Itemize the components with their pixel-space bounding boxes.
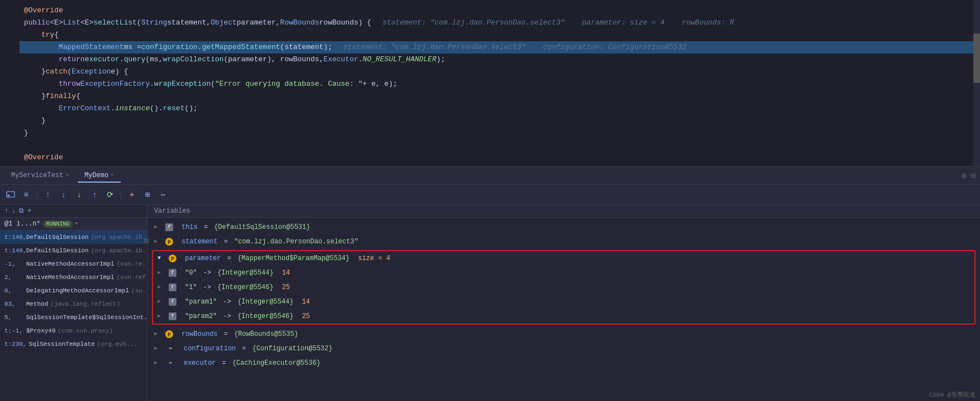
settings-icon[interactable]: ⚙ [962,171,966,180]
var-param-1[interactable]: ▶ f "1" -> {Integer@5546} 25 [153,280,974,295]
var-icon-rowbounds: p [165,330,173,338]
var-icon-this: f [165,223,173,231]
frame-item-3[interactable]: 2, NativeMethodAccessorImpl (sun.ref... [0,271,147,284]
var-icon-statement: p [165,238,173,246]
thread-down-btn[interactable]: ↓ [12,207,16,215]
code-line-2: public <E> List <E> selectList ( String … [19,17,980,29]
frame-item-1[interactable]: t:140, DefaultSqlSession (org.apache.ib.… [0,244,147,257]
side-icons: ⊟ [143,234,147,248]
tabs-left: MyServiceTest × MyDemo × [4,169,121,183]
collapse-icon[interactable]: ⊟ [144,236,147,246]
variables-header: Variables [147,205,980,218]
code-line-11: } [19,127,980,139]
tabs-bar: MyServiceTest × MyDemo × ⚙ ⊟ [0,167,980,185]
debugger-panel: MyServiceTest × MyDemo × ⚙ ⊟ ▶ ≡ ↑ ↓ ↓ ↑… [0,167,980,401]
var-param1[interactable]: ▶ f "param1" -> {Integer@5544} 14 [153,295,974,309]
expand-paramp1-icon[interactable]: ▶ [157,296,166,307]
frame-item-7[interactable]: t:-1, $Proxy49 (com.sun.proxy) [0,324,147,338]
expand-rowbounds-icon[interactable]: ▶ [154,329,163,340]
frame-item-5[interactable]: 83, Method (java.lang.reflect) [0,297,147,311]
tab-myservicetest[interactable]: MyServiceTest × [4,169,76,183]
var-this[interactable]: ▶ f this = {DefaultSqlSession@5531} [147,220,980,234]
code-line-7: throw ExceptionFactory . wrapException (… [19,78,980,90]
frame-item-0[interactable]: t:146, DefaultSqlSession (org.apache.ib.… [0,231,147,244]
expand-statement-icon[interactable]: ▶ [154,236,163,247]
var-parameter[interactable]: ▼ p parameter = {MapperMethod$ParamMap@5… [153,251,974,266]
frame-list: t:146, DefaultSqlSession (org.apache.ib.… [0,231,147,401]
thread-add-btn[interactable]: + [27,207,31,215]
thread-status: RUNNING [43,221,73,228]
step-into-button[interactable]: ↓ [57,189,70,201]
thread-dropdown[interactable]: @1 i...n* RUNNING ▼ [0,218,147,231]
code-line-12 [19,139,980,151]
add-watch-button[interactable]: + [126,189,138,201]
expand-param1-icon[interactable]: ▶ [157,282,166,293]
frame-item-4[interactable]: 0, DelegatingMethodAccessorImpl (su... [0,284,147,297]
code-line-3: try { [19,29,980,41]
expand-parameter-icon[interactable]: ▼ [157,253,166,264]
watermark: CSDN @苍鹰咬龙 [929,390,976,399]
code-line-10: } [19,115,980,127]
frame-item-8[interactable]: t:230, SqlSessionTemplate (org.myb... [0,338,147,351]
step-over-up-button[interactable]: ↑ [42,189,54,201]
code-line-5: return executor . query (ms, wrapCollect… [19,53,980,66]
more-options-button[interactable]: ⋯ [157,189,169,201]
debugger-body: ↑ ↓ ⧉ + @1 i...n* RUNNING ▼ t:146, Defau… [0,205,980,401]
thread-label: @1 i...n* [4,220,41,228]
var-icon-param0: f [169,269,176,277]
variables-panel: Variables ▶ f this = {DefaultSqlSession@… [147,205,980,401]
expand-configuration-icon[interactable]: ▶ [154,343,163,354]
tab-close-mydemo[interactable]: × [111,172,114,178]
console-button[interactable]: ▶ [4,189,17,201]
var-param2[interactable]: ▶ f "param2" -> {Integer@5546} 25 [153,309,974,324]
sep1 [37,190,37,199]
frame-item-6[interactable]: 5, SqlSessionTemplate$SqlSessionInt... [0,311,147,324]
editor-scrollbar[interactable] [973,0,980,166]
expand-executor-icon[interactable]: ▶ [154,358,163,369]
expand-this-icon[interactable]: ▶ [154,222,163,233]
variable-list: ▶ f this = {DefaultSqlSession@5531} ▶ p … [147,218,980,401]
restore-button[interactable]: ⟳ [104,189,116,201]
thread-up-btn[interactable]: ↑ [4,207,8,215]
tab-close-myservicetest[interactable]: × [66,172,69,178]
var-icon-parameter: p [169,255,176,262]
tabs-right: ⚙ ⊟ [962,171,976,180]
code-line-8: } finally { [19,90,980,102]
step-out-button[interactable]: ↓ [73,189,85,201]
run-to-cursor-button[interactable]: ↑ [88,189,101,201]
var-icon-param1: f [169,283,176,291]
var-parameter-group: ▼ p parameter = {MapperMethod$ParamMap@5… [152,250,976,325]
var-icon-configuration: ∞ [165,345,175,353]
var-icon-paramp1: f [169,298,176,306]
layout-icon[interactable]: ⊟ [971,171,976,180]
code-editor: @Override public <E> List <E> selectList… [0,0,980,167]
line-numbers [0,0,19,166]
thread-header: ↑ ↓ ⧉ + [0,205,147,218]
expand-param0-icon[interactable]: ▶ [157,267,166,278]
code-lines: @Override public <E> List <E> selectList… [19,0,980,166]
code-line-13: @Override [19,151,980,164]
code-line-1: @Override [19,4,980,17]
code-line-6: } catch ( Exception e) { [19,66,980,78]
sep2 [121,190,121,199]
var-rowbounds[interactable]: ▶ p rowBounds = {RowBounds@5535} [147,327,980,341]
table-view-button[interactable]: ⊞ [141,189,154,201]
thread-filter-btn[interactable]: ⧉ [19,207,24,215]
debug-toolbar: ▶ ≡ ↑ ↓ ↓ ↑ ⟳ + ⊞ ⋯ [0,185,980,205]
dropdown-arrow-icon: ▼ [75,221,78,227]
code-line-9: ErrorContext . instance (). reset (); [19,102,980,115]
var-icon-executor: ∞ [165,359,175,367]
var-icon-paramp2: f [169,312,176,320]
var-statement[interactable]: ▶ p statement = "com.lzj.dao.PersonDao.s… [147,234,980,249]
code-line-4-highlighted: MappedStatement ms = configuration . get… [19,41,980,53]
tab-mydemo[interactable]: MyDemo × [78,169,121,183]
frame-item-2[interactable]: -1, NativeMethodAccessorImpl (sun.re... [0,257,147,271]
var-param-0[interactable]: ▶ f "0" -> {Integer@5544} 14 [153,266,974,280]
list-button[interactable]: ≡ [20,189,32,201]
var-configuration[interactable]: ▶ ∞ configuration = {Configuration@5532} [147,341,980,356]
frames-panel: ↑ ↓ ⧉ + @1 i...n* RUNNING ▼ t:146, Defau… [0,205,147,401]
expand-paramp2-icon[interactable]: ▶ [157,311,166,322]
var-executor[interactable]: ▶ ∞ executor = {CachingExecutor@5536} [147,356,980,370]
